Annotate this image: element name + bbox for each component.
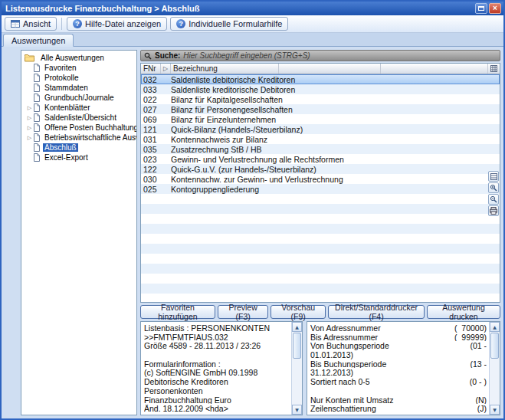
tree-item[interactable]: Betriebswirtschaftliche Auswertungen: [21, 133, 136, 143]
tree-item[interactable]: Excel-Export: [21, 153, 136, 162]
ansicht-button[interactable]: Ansicht: [5, 17, 57, 31]
table-row[interactable]: 025 Kontogruppengliederung: [141, 184, 500, 194]
tree-item[interactable]: Saldenliste/Übersicht: [21, 113, 136, 123]
hilfe-datei-button[interactable]: ? Hilfe-Datei anzeigen: [67, 17, 167, 31]
parameter-label: Zeilenschattierung: [310, 404, 376, 413]
parameter-label: Von Adressnummer: [310, 323, 381, 333]
expander-icon[interactable]: [26, 115, 33, 121]
info-line: Finanzbuchhaltung Euro: [144, 395, 289, 405]
scroll-down-button[interactable]: ▼: [292, 405, 302, 415]
column-chooser-button[interactable]: [488, 64, 500, 74]
zoom-out-button[interactable]: [488, 194, 499, 205]
tree-item[interactable]: Abschluß: [21, 143, 136, 153]
tree-item[interactable]: Grundbuch/Journale: [21, 93, 136, 103]
titlebar: Listenausdrucke Finanzbuchhaltung > Absc…: [2, 2, 503, 15]
action-button[interactable]: Direkt/Standarddrucker (F4): [328, 305, 425, 319]
action-button[interactable]: Favoriten hinzufügen: [140, 305, 215, 319]
tree-item[interactable]: Favoriten: [21, 63, 136, 73]
cell-fnr: 025: [141, 185, 161, 194]
table-row[interactable]: 031 Kontennachweis zur Bilanz: [141, 134, 500, 144]
parameter-line: Nur Konten mit Umsatz (N): [310, 395, 487, 405]
cell-bezeichnung: Zusatzrechnung StB / HB: [171, 145, 500, 154]
zoom-in-button[interactable]: [488, 182, 499, 193]
table-row[interactable]: 032 Saldenliste debitorische Kreditoren: [141, 74, 500, 84]
column-header-fnr[interactable]: FNr: [141, 64, 161, 74]
tree-item-label: Offene Posten Buchhaltung: [43, 123, 137, 132]
table-row[interactable]: 030 Kontennachw. zur Gewinn- und Verlust…: [141, 174, 500, 184]
info-line: Debitorische Kreditoren: [144, 377, 289, 386]
cell-bezeichnung: Saldenliste debitorische Kreditoren: [171, 75, 500, 84]
document-icon: [33, 103, 41, 112]
table-row[interactable]: 027 Bilanz für Personengesellschaften: [141, 104, 500, 114]
form-info-panel: Listenbasis : PERSONENKONTEN >>FMT\FMTFI…: [140, 321, 303, 415]
print-button[interactable]: [488, 205, 499, 216]
formularhilfe-button[interactable]: ? Individuelle Formularhilfe: [170, 17, 288, 31]
column-header-extra1[interactable]: [279, 64, 381, 74]
table-row[interactable]: 069 Bilanz für Einzelunternehmen: [141, 114, 500, 124]
list-icon: [490, 173, 497, 180]
column-header-bezeichnung[interactable]: Bezeichnung: [171, 64, 279, 74]
table-row[interactable]: 022 Bilanz für Kapitalgesellschaften: [141, 94, 500, 104]
action-button[interactable]: Vorschau (F9): [271, 305, 326, 319]
table-row[interactable]: 023 Gewinn- und Verlustrechnung alle Rec…: [141, 154, 500, 164]
right-column: Suche: Hier Suchbegriff eingeben (STRG+S…: [140, 50, 500, 415]
parameter-label: Sortiert nach 0-5: [310, 377, 370, 386]
scroll-track[interactable]: [490, 359, 500, 405]
parameter-line: Bis Adressnummer ( 99999): [310, 333, 487, 342]
expander-icon[interactable]: [26, 125, 33, 131]
close-button[interactable]: ×: [489, 3, 501, 14]
tree-item-label: Saldenliste/Übersicht: [43, 113, 118, 122]
maximize-icon: [478, 6, 484, 11]
info-line: (c) SoftENGINE GmbH 09.1998: [144, 368, 289, 377]
maximize-button[interactable]: [475, 3, 487, 14]
tree-item[interactable]: Kontenblätter: [21, 103, 136, 113]
expander-icon[interactable]: [26, 105, 33, 111]
parameter-label: 31.12.2013): [310, 368, 353, 377]
column-header-pointer[interactable]: ▷: [161, 64, 171, 74]
cell-bezeichnung: Gewinn- und Verlustrechnung alle Rechtsf…: [171, 155, 500, 164]
tree-item-label: Grundbuch/Journale: [43, 94, 116, 102]
info-line: Änd. 18.12.2009 <hda>: [144, 404, 289, 413]
parameter-label: Bis Buchungsperiode: [310, 359, 386, 369]
list-view-button[interactable]: [488, 171, 499, 182]
tree-root-item[interactable]: Alle Auswertungen: [21, 53, 136, 63]
parameter-value: (01 -: [470, 341, 487, 350]
action-button[interactable]: Auswertung drucken: [427, 305, 500, 319]
tree-item[interactable]: Stammdaten: [21, 83, 136, 93]
view-icon: [11, 19, 20, 28]
action-button[interactable]: Preview (F3): [218, 305, 268, 319]
search-input[interactable]: Suche: Hier Suchbegriff eingeben (STRG+S…: [140, 50, 500, 61]
tree-items: Favoriten Protokolle: [21, 63, 136, 162]
scroll-track[interactable]: [292, 359, 302, 405]
table-row[interactable]: 122 Quick-G.u.V. (zur Handels-/Steuerbil…: [141, 164, 500, 174]
scroll-up-button[interactable]: ▲: [490, 322, 500, 332]
table-header: FNr ▷ Bezeichnung: [141, 64, 500, 74]
scroll-down-button[interactable]: ▼: [490, 405, 500, 415]
tab-auswertungen[interactable]: Auswertungen: [3, 34, 74, 47]
table-row[interactable]: 035 Zusatzrechnung StB / HB: [141, 144, 500, 154]
search-icon: [144, 52, 152, 60]
parameter-line: Von Adressnummer ( 70000): [310, 323, 487, 333]
scroll-thumb[interactable]: [293, 333, 301, 359]
tree-item-label: Protokolle: [43, 74, 80, 82]
scroll-thumb[interactable]: [490, 333, 499, 359]
column-header-extra2[interactable]: [381, 64, 488, 74]
parameter-scrollbar[interactable]: ▲ ▼: [489, 322, 500, 415]
cell-bezeichnung: Quick-Bilanz (Handels-/Steuerbilanz): [171, 125, 500, 134]
expander-icon[interactable]: [26, 135, 33, 141]
table-row[interactable]: 121 Quick-Bilanz (Handels-/Steuerbilanz): [141, 124, 500, 134]
form-info-scrollbar[interactable]: ▲ ▼: [291, 322, 302, 415]
cell-fnr: 033: [141, 85, 161, 94]
tree-item[interactable]: Protokolle: [21, 73, 136, 83]
printer-icon: [490, 207, 497, 215]
info-line: Personenkonten: [144, 386, 289, 395]
window-controls: ×: [475, 3, 501, 14]
parameter-label: Bis Adressnummer: [310, 333, 378, 342]
cell-fnr: 122: [141, 165, 161, 174]
document-icon: [33, 143, 41, 152]
cell-fnr: 023: [141, 155, 161, 164]
scroll-up-button[interactable]: ▲: [292, 322, 302, 332]
table-row[interactable]: 033 Saldenliste kreditorische Debitoren: [141, 84, 500, 94]
tree-item[interactable]: Offene Posten Buchhaltung: [21, 123, 136, 133]
window-title: Listenausdrucke Finanzbuchhaltung > Absc…: [5, 4, 475, 13]
